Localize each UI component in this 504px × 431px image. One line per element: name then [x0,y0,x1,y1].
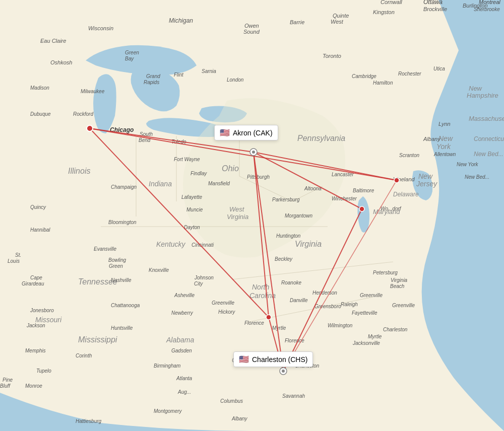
svg-text:Brockville: Brockville [423,6,447,12]
svg-text:Lafayette: Lafayette [181,194,203,200]
svg-text:Evansville: Evansville [94,246,116,252]
svg-text:Dubuque: Dubuque [30,111,51,117]
svg-text:Gadsden: Gadsden [171,348,192,353]
svg-text:Beckley: Beckley [275,256,293,262]
svg-text:Ohio: Ohio [222,164,239,173]
svg-text:Virginia: Virginia [391,277,408,283]
svg-text:Tupelo: Tupelo [36,368,51,374]
svg-text:Owen: Owen [244,23,259,29]
svg-text:Albany: Albany [423,136,441,142]
svg-point-165 [266,315,271,320]
svg-text:Muncie: Muncie [186,207,203,212]
svg-text:North: North [252,283,269,291]
svg-text:Kentucky: Kentucky [156,240,186,248]
svg-text:Hampshire: Hampshire [467,92,498,99]
svg-text:Memphis: Memphis [25,348,46,353]
svg-text:Aug...: Aug... [177,389,191,395]
svg-text:Barrie: Barrie [290,19,304,25]
svg-text:Jonesboro: Jonesboro [30,308,54,313]
svg-text:Monroe: Monroe [25,383,42,389]
svg-text:Hickory: Hickory [218,309,235,315]
svg-text:Columbus: Columbus [220,398,243,404]
svg-text:Cincinnati: Cincinnati [192,242,214,248]
svg-text:Indiana: Indiana [149,180,172,188]
svg-text:London: London [227,77,244,83]
svg-text:Green: Green [109,263,123,269]
svg-point-164 [359,206,364,211]
svg-text:New: New [418,172,433,180]
map-container: Eau Claire Wisconsin Michigan Owen Sound… [0,0,504,431]
svg-text:Charleston: Charleston [295,363,320,369]
svg-text:New Bed...: New Bed... [474,151,503,158]
svg-text:Oshkosh: Oshkosh [50,59,72,65]
svg-text:Montreal: Montreal [479,0,500,5]
svg-text:Virginia: Virginia [227,213,248,221]
svg-text:Cape: Cape [30,275,42,280]
svg-text:Delaware: Delaware [393,191,419,198]
svg-text:Albany: Albany [231,416,248,421]
svg-text:Illinois: Illinois [68,167,90,175]
svg-text:Greensboro: Greensboro [314,304,341,309]
svg-text:Hamilton: Hamilton [373,80,393,86]
svg-text:Mansfield: Mansfield [208,181,230,186]
svg-text:Utica: Utica [433,66,445,71]
svg-text:Corinth: Corinth [76,353,92,358]
svg-text:Grand: Grand [146,74,160,79]
svg-text:Mississippi: Mississippi [78,335,117,344]
svg-text:St.: St. [15,252,21,258]
svg-text:New: New [438,134,453,142]
svg-text:Nashville: Nashville [111,277,132,283]
svg-text:Massachusetts: Massachusetts [469,115,504,122]
svg-text:York: York [436,142,451,151]
svg-text:Greenville: Greenville [360,293,383,298]
svg-text:Jackson: Jackson [26,323,45,328]
svg-text:Charleston: Charleston [383,327,408,332]
svg-text:Champaign: Champaign [111,184,137,190]
svg-text:Morgantown: Morgantown [285,213,312,219]
svg-point-162 [87,125,93,131]
svg-text:Baltimore: Baltimore [353,188,374,193]
svg-text:Pine: Pine [3,377,13,383]
svg-text:Quincy: Quincy [30,204,46,210]
svg-text:Hannibal: Hannibal [30,227,50,233]
svg-text:Milwaukee: Milwaukee [81,89,105,94]
svg-text:Jacksonville: Jacksonville [352,340,380,346]
svg-text:Wisconsin: Wisconsin [88,25,113,31]
svg-text:Toronto: Toronto [323,53,341,59]
svg-text:New: New [469,85,483,92]
svg-text:Alabama: Alabama [166,336,194,344]
svg-text:Cambridge: Cambridge [352,74,376,79]
svg-text:Cornwall: Cornwall [381,0,402,5]
svg-text:Rockford: Rockford [73,111,93,117]
svg-text:Greenville: Greenville [392,303,415,308]
svg-point-169 [282,370,285,373]
svg-text:Huntington: Huntington [276,233,301,239]
svg-text:Atlanta: Atlanta [176,376,193,381]
svg-text:Rapids: Rapids [144,80,159,85]
svg-text:Huntsville: Huntsville [111,325,133,331]
svg-text:Jersey: Jersey [416,180,437,188]
svg-text:Bay: Bay [125,56,134,61]
svg-text:Birmingham: Birmingham [154,363,180,369]
svg-text:Henderson: Henderson [312,290,337,296]
svg-text:Danville: Danville [290,298,308,303]
svg-text:Bowling: Bowling [108,257,126,263]
svg-text:Rochester: Rochester [398,71,421,77]
svg-text:West: West [229,205,245,213]
svg-text:Sarnia: Sarnia [202,68,216,74]
svg-text:Virginia: Virginia [295,240,322,248]
svg-text:Newberry: Newberry [171,310,194,316]
svg-text:Flint: Flint [174,72,184,78]
svg-text:Myrtle: Myrtle [368,334,382,339]
svg-text:Ottawa: Ottawa [423,0,443,6]
svg-text:Green: Green [125,50,139,55]
svg-text:Quinte: Quinte [333,13,349,19]
svg-text:Louis: Louis [8,258,20,264]
svg-text:Scranton: Scranton [399,153,419,158]
svg-text:Chattanooga: Chattanooga [111,303,140,308]
svg-text:Wo...dorf: Wo...dorf [381,206,402,211]
svg-text:Beach: Beach [390,283,405,289]
svg-text:Hattiesburg: Hattiesburg [76,418,102,424]
svg-text:Pennsylvania: Pennsylvania [297,134,345,142]
svg-text:Fort Wayne: Fort Wayne [174,157,200,162]
